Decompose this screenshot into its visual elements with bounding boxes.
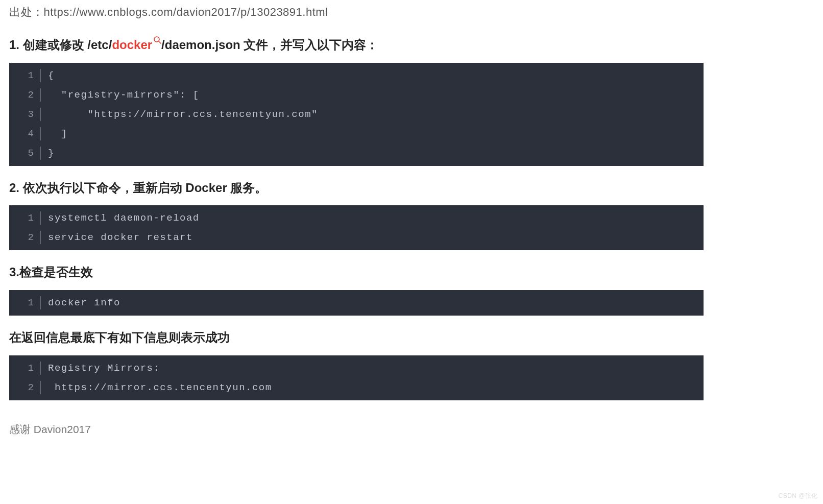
- line-number: 1: [9, 358, 41, 378]
- code-line: docker info: [41, 293, 704, 313]
- source-url: https://www.cnblogs.com/davion2017/p/130…: [44, 6, 328, 18]
- heading-docker-keyword[interactable]: docker: [112, 38, 152, 52]
- code-line: }: [41, 143, 704, 163]
- code-block-docker-info[interactable]: 1docker info: [9, 290, 704, 316]
- svg-line-1: [159, 41, 161, 43]
- code-line: "https://mirror.ccs.tencentyun.com": [41, 105, 704, 124]
- line-number: 2: [9, 378, 41, 397]
- heading-step-3: 3.检查是否生效: [9, 263, 704, 281]
- line-number: 1: [9, 293, 41, 313]
- source-line: 出处：https://www.cnblogs.com/davion2017/p/…: [9, 3, 704, 21]
- source-label: 出处：: [9, 6, 44, 18]
- thanks-note: 感谢 Davion2017: [9, 421, 704, 438]
- line-number: 1: [9, 208, 41, 228]
- line-number: 5: [9, 143, 41, 163]
- code-line: service docker restart: [41, 228, 704, 247]
- heading-step-1: 1. 创建或修改 /etc/docker/daemon.json 文件，并写入以…: [9, 36, 704, 54]
- heading-step-1-part-a: 1. 创建或修改 /etc/: [9, 38, 112, 52]
- code-line: {: [41, 66, 704, 85]
- code-block-registry-mirrors[interactable]: 1Registry Mirrors: 2 https://mirror.ccs.…: [9, 355, 704, 400]
- line-number: 2: [9, 85, 41, 105]
- line-number: 4: [9, 124, 41, 143]
- magnifier-icon[interactable]: [153, 36, 161, 44]
- heading-success-info: 在返回信息最底下有如下信息则表示成功: [9, 329, 704, 346]
- code-block-daemon-json[interactable]: 1{ 2 "registry-mirrors": [ 3 "https://mi…: [9, 63, 704, 166]
- heading-step-2: 2. 依次执行以下命令，重新启动 Docker 服务。: [9, 179, 704, 197]
- code-line: https://mirror.ccs.tencentyun.com: [41, 378, 704, 397]
- code-block-restart-commands[interactable]: 1systemctl daemon-reload 2service docker…: [9, 205, 704, 250]
- code-line: Registry Mirrors:: [41, 358, 704, 378]
- code-line: systemctl daemon-reload: [41, 208, 704, 228]
- heading-step-1-part-b: /daemon.json 文件，并写入以下内容：: [161, 38, 378, 52]
- line-number: 3: [9, 105, 41, 124]
- code-line: ]: [41, 124, 704, 143]
- line-number: 2: [9, 228, 41, 247]
- code-line: "registry-mirrors": [: [41, 85, 704, 105]
- line-number: 1: [9, 66, 41, 85]
